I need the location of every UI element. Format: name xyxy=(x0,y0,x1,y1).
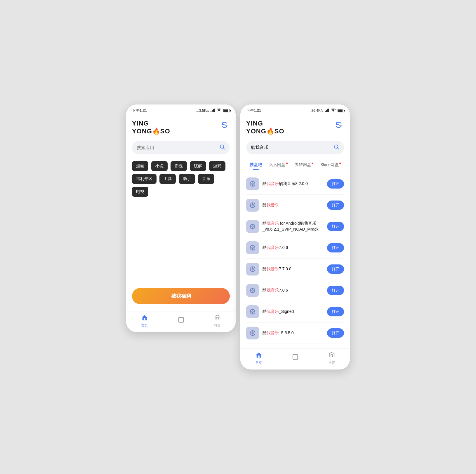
result-name-8: 酷我音乐_5.5.5.0 xyxy=(263,330,324,336)
tab-quzhuanpan[interactable]: 去转网盘 xyxy=(291,161,317,170)
right-app-content: YING YONG🔥SO xyxy=(240,115,350,348)
open-btn-4[interactable]: 打开 xyxy=(327,243,344,252)
svg-rect-10 xyxy=(327,109,328,112)
svg-rect-7 xyxy=(178,317,183,322)
welfare-button[interactable]: 截我福利 xyxy=(132,288,230,304)
left-signal-icon xyxy=(211,109,215,113)
result-name-4: 酷我音乐7.0.6 xyxy=(263,245,324,251)
svg-rect-1 xyxy=(212,110,213,112)
result-icon-2 xyxy=(246,199,259,212)
right-nav-recommend[interactable]: 推荐 xyxy=(313,352,350,365)
result-name-7: 酷我音乐_Signed xyxy=(263,309,324,315)
tag-helper[interactable]: 助手 xyxy=(179,174,195,184)
result-icon-1 xyxy=(246,177,259,190)
open-btn-7[interactable]: 打开 xyxy=(327,307,344,316)
result-name-3: 酷我音乐 for Android酷我音乐_v8.6.2.1_SVIP_NOAD_… xyxy=(263,221,324,232)
result-item-1: 酷我音乐酷我音乐8.2.0.0 打开 xyxy=(246,173,344,195)
left-refresh-button[interactable] xyxy=(219,120,230,130)
left-status-bar: 下午1:31 ...3.5K/s xyxy=(126,104,236,115)
result-name-6: 酷我音乐7.0.6 xyxy=(263,287,324,293)
left-recommend-icon xyxy=(214,314,221,322)
tag-video[interactable]: 影视 xyxy=(171,161,187,171)
left-network: ...3.5K/s xyxy=(196,109,209,113)
welfare-label: 截我福利 xyxy=(171,293,191,299)
left-app-content: YING YONG🔥SO xyxy=(126,115,236,311)
right-search-input[interactable] xyxy=(251,145,333,150)
svg-rect-6 xyxy=(144,318,145,320)
tag-manga[interactable]: 漫画 xyxy=(132,161,148,171)
right-logo-line2: YONG🔥SO xyxy=(246,128,284,135)
right-refresh-button[interactable] xyxy=(333,120,344,130)
svg-rect-11 xyxy=(328,109,329,112)
open-btn-2[interactable]: 打开 xyxy=(327,201,344,210)
left-bottom-nav: 首页 推荐 xyxy=(126,311,236,332)
right-status-bar: 下午1:31 ...26.4K/s xyxy=(240,104,350,115)
left-search-bar[interactable] xyxy=(132,141,230,154)
open-btn-6[interactable]: 打开 xyxy=(327,286,344,295)
svg-rect-30 xyxy=(258,356,260,358)
tab-slime-dot xyxy=(339,163,341,164)
right-search-bar[interactable] xyxy=(246,141,344,154)
left-home-icon xyxy=(141,314,148,322)
left-nav-home-label: 首页 xyxy=(141,323,148,327)
left-time: 下午1:31 xyxy=(132,108,147,113)
tab-meme[interactable]: 么么网盘 xyxy=(265,161,291,170)
right-wifi-icon xyxy=(331,109,336,113)
open-btn-1[interactable]: 打开 xyxy=(327,179,344,189)
svg-rect-3 xyxy=(214,109,215,112)
right-search-icon[interactable] xyxy=(333,144,339,151)
left-nav-middle[interactable] xyxy=(163,317,199,325)
svg-line-5 xyxy=(223,148,225,149)
tag-novel[interactable]: 小说 xyxy=(151,161,168,171)
right-logo-fire: 🔥 xyxy=(266,128,275,135)
right-middle-icon xyxy=(292,354,298,362)
result-icon-3 xyxy=(246,220,259,233)
right-time: 下午1:31 xyxy=(246,108,261,113)
left-search-icon xyxy=(219,144,225,151)
right-network: ...26.4K/s xyxy=(308,109,323,113)
right-logo-line1: YING xyxy=(246,120,284,127)
tag-welfare[interactable]: 福利专区 xyxy=(132,174,157,184)
right-tabs-row: 搜盘吧 么么网盘 去转网盘 Slime网盘 网盘传奇 xyxy=(246,161,344,170)
result-item-7: 酷我音乐_Signed 打开 xyxy=(246,301,344,323)
right-nav-middle[interactable] xyxy=(277,354,313,363)
result-item-8: 酷我音乐_5.5.5.0 打开 xyxy=(246,323,344,344)
tag-crack[interactable]: 破解 xyxy=(190,161,206,171)
result-icon-8 xyxy=(246,327,259,339)
tag-music[interactable]: 音乐 xyxy=(198,174,214,184)
svg-rect-9 xyxy=(326,110,327,112)
left-tags-container: 漫画 小说 影视 破解 游戏 福利专区 工具 助手 音乐 电视 xyxy=(132,161,230,197)
right-nav-home[interactable]: 首页 xyxy=(240,352,277,365)
svg-rect-8 xyxy=(325,111,326,112)
svg-point-25 xyxy=(252,290,253,291)
tag-tv[interactable]: 电视 xyxy=(132,187,148,197)
result-name-5: 酷我音乐7.7.0.0 xyxy=(263,266,324,272)
svg-point-29 xyxy=(252,332,253,334)
right-battery-icon xyxy=(338,109,344,112)
tag-game[interactable]: 游戏 xyxy=(209,161,225,171)
right-nav-home-label: 首页 xyxy=(256,360,262,365)
result-icon-6 xyxy=(246,284,259,297)
left-phone: 下午1:31 ...3.5K/s xyxy=(126,104,236,332)
result-item-4: 酷我音乐7.0.6 打开 xyxy=(246,237,344,259)
result-item-6: 酷我音乐7.0.6 打开 xyxy=(246,280,344,301)
tag-tools[interactable]: 工具 xyxy=(159,174,176,184)
svg-rect-0 xyxy=(211,111,211,112)
open-btn-5[interactable]: 打开 xyxy=(327,264,344,274)
tab-meme-dot xyxy=(286,163,288,164)
left-logo-fire: 🔥 xyxy=(152,128,160,135)
left-search-input[interactable] xyxy=(137,145,219,150)
result-item-5: 酷我音乐7.7.0.0 打开 xyxy=(246,259,344,280)
tab-soupan[interactable]: 搜盘吧 xyxy=(246,161,265,170)
left-nav-recommend[interactable]: 推荐 xyxy=(199,314,236,327)
open-btn-3[interactable]: 打开 xyxy=(327,222,344,231)
result-icon-4 xyxy=(246,241,259,254)
left-logo: YING YONG🔥SO xyxy=(132,120,170,135)
right-signal-icon xyxy=(325,109,329,113)
open-btn-8[interactable]: 打开 xyxy=(327,328,344,338)
result-icon-5 xyxy=(246,263,259,276)
result-name-2: 酷我音乐 xyxy=(263,202,324,208)
left-wifi-icon xyxy=(217,109,221,113)
tab-slime[interactable]: Slime网盘 xyxy=(317,161,344,170)
left-nav-home[interactable]: 首页 xyxy=(126,314,163,327)
